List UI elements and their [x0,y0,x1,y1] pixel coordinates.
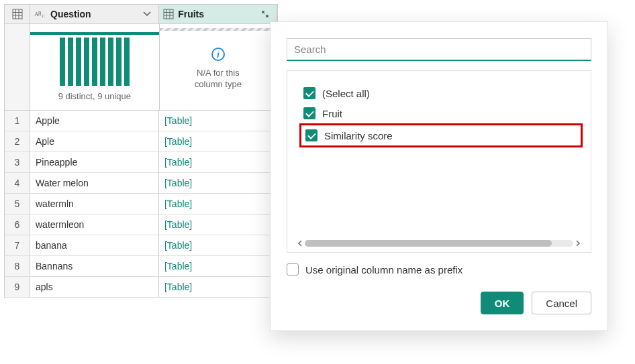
distribution-bars [60,38,130,86]
data-grid: A B C Question [4,4,278,298]
table-row[interactable]: 7 banana [Table] [4,235,278,256]
svg-rect-8 [164,9,173,19]
option-similarity-score[interactable]: Similarity score [299,123,583,147]
table-icon [12,9,23,19]
scroll-track[interactable] [305,240,573,247]
info-icon: i [211,48,225,61]
cell-question[interactable]: apls [30,277,159,297]
search-input[interactable] [287,38,591,61]
row-number: 3 [5,152,30,172]
table-row[interactable]: 1 Apple [Table] [4,111,278,131]
column-header-row: A B C Question [4,4,278,24]
cancel-button[interactable]: Cancel [532,292,591,314]
scroll-right-icon[interactable] [573,239,583,248]
cell-question[interactable]: Aple [30,131,159,151]
row-number: 9 [5,277,30,297]
column-header-label: Fruits [178,9,204,19]
dialog-buttons: OK Cancel [287,292,591,314]
cell-fruits[interactable]: [Table] [159,111,277,131]
row-number: 6 [5,215,30,235]
option-label: Similarity score [324,130,393,141]
ok-button[interactable]: OK [481,292,524,314]
table-type-icon [163,9,174,19]
row-number-header[interactable] [5,5,30,23]
cell-question[interactable]: Apple [30,111,159,131]
cell-fruits[interactable]: [Table] [159,215,277,235]
scroll-left-icon[interactable] [295,239,305,248]
column-header-fruits[interactable]: Fruits [159,5,277,23]
row-number-profile-cell [5,24,30,110]
checkbox-checked-icon[interactable] [303,87,315,99]
prefix-option[interactable]: Use original column name as prefix [287,263,591,276]
cell-question[interactable]: watermleon [30,215,159,235]
cell-fruits[interactable]: [Table] [159,277,277,297]
cell-fruits[interactable]: [Table] [159,194,277,214]
column-options-box: (Select all) Fruit Similarity score [287,70,591,253]
cell-question[interactable]: Bannans [30,256,159,276]
cell-question[interactable]: watermln [30,194,159,214]
option-label: Fruit [322,108,342,119]
row-number: 1 [5,111,30,131]
na-text-line1: N/A for this [197,68,240,79]
table-row[interactable]: 6 watermleon [Table] [4,215,278,235]
column-header-label: Question [50,9,91,19]
expand-columns-dialog: (Select all) Fruit Similarity score [270,21,608,331]
column-filter-button-question[interactable] [140,7,154,21]
column-options-list: (Select all) Fruit Similarity score [295,83,583,236]
expand-icon [260,9,270,19]
column-header-question[interactable]: A B C Question [30,5,159,23]
row-number: 7 [5,235,30,255]
svg-rect-0 [13,9,22,19]
checkbox-checked-icon[interactable] [303,107,315,119]
column-profile-question: 9 distinct, 9 unique [30,24,160,110]
option-select-all[interactable]: (Select all) [299,83,583,103]
cell-fruits[interactable]: [Table] [159,256,277,276]
option-fruit[interactable]: Fruit [299,103,583,123]
horizontal-scrollbar[interactable] [295,239,583,248]
cell-question[interactable]: banana [30,235,159,255]
quality-bar [30,32,159,35]
cell-question[interactable]: Pineapple [30,152,159,172]
distribution-text: 9 distinct, 9 unique [58,91,131,101]
row-number: 4 [5,173,30,193]
svg-text:C: C [42,13,44,18]
text-type-icon: A B C [34,9,46,19]
data-rows: 1 Apple [Table] 2 Aple [Table] 3 Pineapp… [4,111,278,298]
option-label: (Select all) [322,88,370,99]
cell-fruits[interactable]: [Table] [159,152,277,172]
row-number: 5 [5,194,30,214]
checkbox-unchecked-icon[interactable] [287,263,299,276]
table-row[interactable]: 4 Water melon [Table] [4,173,278,194]
cell-fruits[interactable]: [Table] [159,173,277,193]
table-row[interactable]: 3 Pineapple [Table] [4,152,278,173]
table-row[interactable]: 8 Bannans [Table] [4,256,278,277]
row-number: 8 [5,256,30,276]
quality-bar-na [160,28,277,31]
row-number: 2 [5,131,30,151]
column-expand-button-fruits[interactable] [258,7,273,21]
chevron-down-icon [143,10,151,18]
column-profile-fruits: i N/A for this column type [160,24,277,110]
table-row[interactable]: 5 watermln [Table] [4,194,278,215]
column-profile-row: 9 distinct, 9 unique i N/A for this colu… [4,24,278,111]
svg-text:B: B [38,11,42,17]
cell-fruits[interactable]: [Table] [159,235,277,255]
table-row[interactable]: 9 apls [Table] [4,277,278,298]
table-row[interactable]: 2 Aple [Table] [4,131,278,152]
scroll-thumb[interactable] [305,240,552,247]
cell-fruits[interactable]: [Table] [159,131,277,151]
checkbox-checked-icon[interactable] [305,129,318,141]
na-text-line2: column type [195,79,242,90]
prefix-label: Use original column name as prefix [305,264,462,276]
cell-question[interactable]: Water melon [30,173,159,193]
